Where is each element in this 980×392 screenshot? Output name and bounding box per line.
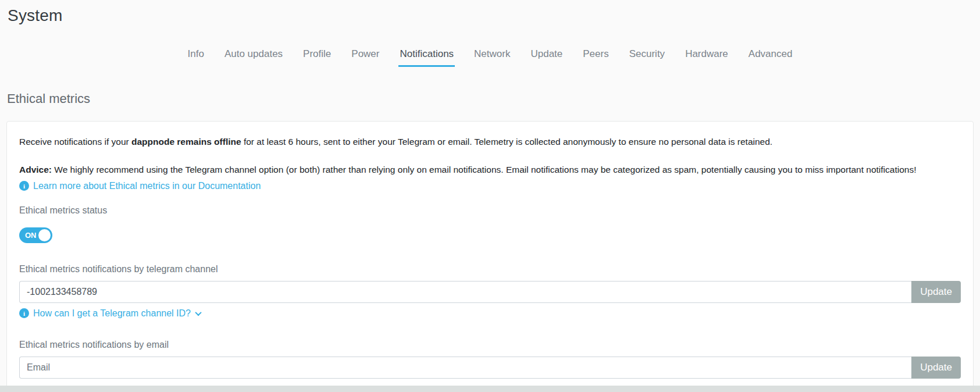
advice-body: We highly recommend using the Telegram c… [52,165,916,174]
tab-network[interactable]: Network [473,47,511,67]
intro-text-bold: dappnode remains offline [131,137,241,147]
docs-link[interactable]: i Learn more about Ethical metrics in ou… [19,181,961,191]
telegram-input-group: Update [19,281,961,303]
tabs: InfoAuto updatesProfilePowerNotification… [0,47,980,67]
tab-info[interactable]: Info [187,47,205,67]
info-icon: i [19,308,29,318]
tab-update[interactable]: Update [529,47,564,67]
tab-auto-updates[interactable]: Auto updates [223,47,284,67]
tab-security[interactable]: Security [628,47,666,67]
advice-label: Advice: [19,165,52,174]
tab-power[interactable]: Power [350,47,380,67]
email-input[interactable] [19,357,911,379]
intro-text: Receive notifications if your dappnode r… [19,136,961,148]
toggle-knob[interactable] [38,229,51,241]
tab-advanced[interactable]: Advanced [747,47,794,67]
intro-text-post: for at least 6 hours, sent to either you… [241,137,773,147]
telegram-label: Ethical metrics notifications by telegra… [19,264,961,275]
tab-profile[interactable]: Profile [302,47,332,67]
info-icon: i [19,181,29,191]
telegram-update-button[interactable]: Update [911,281,961,303]
tab-notifications[interactable]: Notifications [398,47,455,67]
email-update-button[interactable]: Update [911,357,961,379]
telegram-help-link[interactable]: i How can I get a Telegram channel ID? [19,308,961,319]
intro-text-pre: Receive notifications if your [19,137,131,147]
bottom-band [0,386,980,392]
email-label: Ethical metrics notifications by email [19,340,961,350]
ethical-metrics-toggle[interactable]: ON [19,227,52,243]
page-title: System [0,0,980,25]
advice-text: Advice: We highly recommend using the Te… [19,163,961,176]
telegram-help-label[interactable]: How can I get a Telegram channel ID? [33,308,191,319]
docs-link-label[interactable]: Learn more about Ethical metrics in our … [33,181,261,191]
telegram-channel-input[interactable] [19,281,911,303]
tab-hardware[interactable]: Hardware [684,47,729,67]
toggle-state-label: ON [25,231,37,240]
tab-peers[interactable]: Peers [582,47,610,67]
status-label: Ethical metrics status [19,205,961,216]
ethical-metrics-card: Receive notifications if your dappnode r… [6,121,974,392]
email-input-group: Update [19,357,961,379]
chevron-down-icon [195,309,201,316]
section-title: Ethical metrics [7,91,980,106]
